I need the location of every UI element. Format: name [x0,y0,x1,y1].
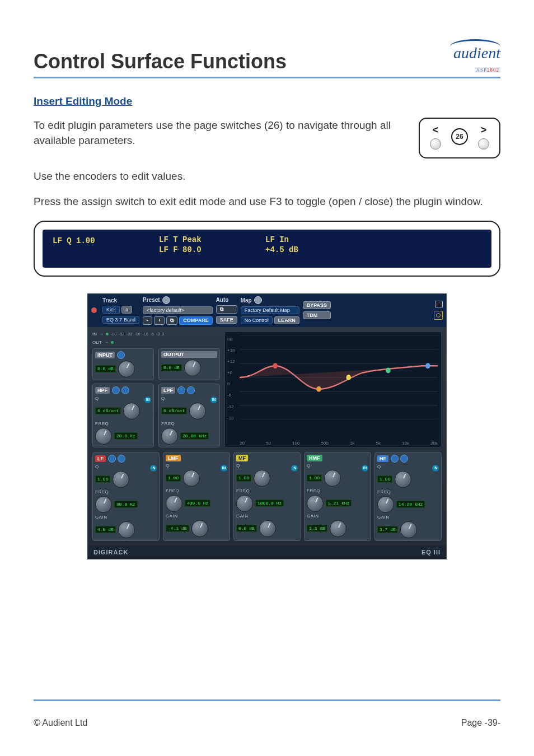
nav-prev-arrow: < [433,124,439,136]
lpf-q-label: Q [161,396,217,401]
input-meter-row: IN → -60-32-22-16-10-6-30 [92,332,220,337]
band-1-q-value: 1.00 [166,474,181,482]
lpf-title: LPF [161,387,175,394]
band-1-gain-label: GAIN [166,514,227,519]
lcd-c0-l2: LF Q 1.00 [53,236,125,245]
svg-point-8 [316,386,321,392]
band-0-shape-icon[interactable] [108,455,116,463]
band-0-in-badge[interactable]: IN [150,465,157,472]
section-heading[interactable]: Insert Editing Mode [34,95,500,108]
track-sub-field[interactable]: a [121,306,132,314]
copyright: © Audient Ltd [34,718,87,728]
band-4-in-badge[interactable]: IN [432,465,439,472]
band-1-in-badge[interactable]: IN [221,465,227,472]
nav-index-bubble: 26 [451,128,468,145]
lpf-slope-value: 6 dB/oct [161,407,187,414]
nav-next-arrow: > [481,124,487,136]
band-1-gain-knob[interactable] [191,520,208,537]
no-control-field[interactable]: No Control [241,316,273,324]
lpf-slope-knob[interactable] [189,403,206,419]
band-4-gain-knob[interactable] [400,521,417,538]
band-3-module: HMFINQ1.00FREQ5.21 kHzGAIN3.3 dB [304,452,371,541]
band-4-shape-icon[interactable] [391,455,399,463]
page-number: Page -39- [461,718,500,728]
band-2-freq-value: 1000.0 Hz [255,500,284,507]
lpf-shape-icon[interactable] [177,386,185,394]
band-1-q-knob[interactable] [183,470,200,487]
hpf-freq-knob[interactable] [95,428,112,445]
lcd-c1-l1: LF T Peak [159,235,232,244]
preset-next-button[interactable]: + [154,316,165,325]
hpf-q-label: Q [95,396,151,401]
band-0-freq-knob[interactable] [95,496,112,513]
hpf-shape-icon[interactable] [112,386,120,394]
band-3-freq-knob[interactable] [307,495,324,512]
input-gain-knob[interactable] [118,361,135,377]
band-4-freq-knob[interactable] [377,496,394,513]
compare-button[interactable]: COMPARE [179,316,212,325]
band-0-module: LFINQ1.00FREQ80.0 HzGAIN4.5 dB [92,452,160,541]
paragraph-2: Use the encoders to edit values. [34,169,500,184]
band-2-gain-knob[interactable] [259,520,276,537]
paragraph-3: Press the assign switch to exit edit mod… [34,194,500,209]
output-module: OUTPUT 0.0 dB [158,348,220,380]
band-2-q-knob[interactable] [254,470,270,487]
band-2-gain-value: 0.0 dB [236,525,257,532]
lcd-c2-l2: +4.5 dB [265,245,338,254]
band-4-shape2-icon[interactable] [400,455,408,463]
map-field[interactable]: Factory Default Map [241,306,299,314]
band-3-q-knob[interactable] [324,470,341,487]
band-4-q-knob[interactable] [395,471,411,488]
band-4-module: HFINQ1.00FREQ14.29 kHzGAIN3.7 dB [374,452,442,541]
bypass-button[interactable]: BYPASS [303,301,331,309]
band-1-freq-value: 439.0 Hz [185,500,210,507]
preset-copy-icon[interactable]: ⧉ [166,316,177,325]
nav-next-button[interactable] [478,138,489,150]
lpf-freq-knob[interactable] [161,428,178,445]
nav-prev-button[interactable] [430,138,441,150]
band-0-shape2-icon[interactable] [118,455,125,463]
band-2-in-badge[interactable]: IN [291,465,298,472]
hpf-freq-label: FREQ [95,421,151,426]
band-3-gain-label: GAIN [307,514,368,519]
hpf-shape2-icon[interactable] [121,386,129,394]
preset-prev-button[interactable]: - [143,316,152,325]
page-title: Control Surface Functions [34,50,287,73]
output-gain-knob[interactable] [184,360,201,376]
eq-graph[interactable]: dB+18+12+60-6-12-18 20501 [224,332,442,447]
input-title: INPUT [95,352,115,358]
output-gain-value: 0.0 dB [161,364,182,371]
track-field[interactable]: Kick [102,306,120,314]
band-2-q-value: 1.00 [236,474,251,482]
band-2-freq-knob[interactable] [236,495,253,512]
hpf-slope-knob[interactable] [123,403,140,419]
safe-button[interactable]: SAFE [216,316,237,324]
band-0-gain-knob[interactable] [118,521,135,538]
hpf-freq-value: 20.0 Hz [114,432,138,440]
preset-menu-icon[interactable] [162,296,170,304]
svg-point-11 [425,363,430,368]
map-menu-icon[interactable] [254,296,262,304]
phase-icon[interactable] [117,351,125,359]
brand-logo: audient ASP2802 [450,39,500,73]
band-3-gain-knob[interactable] [330,520,346,537]
band-3-in-badge[interactable]: IN [362,465,368,472]
close-icon[interactable] [91,307,97,313]
band-3-freq-label: FREQ [307,488,368,493]
lcd-display: LF Q 1.00 LF T Peak LF F 80.0 LF In +4.5… [43,230,491,268]
lpf-shape2-icon[interactable] [187,386,195,394]
lcd-c2-l1: LF In [265,235,338,244]
lpf-in-badge[interactable]: IN [210,396,217,403]
lpf-freq-label: FREQ [161,421,217,426]
learn-button[interactable]: LEARN [274,316,299,324]
hpf-in-badge[interactable]: IN [144,396,151,403]
band-0-q-knob[interactable] [113,471,129,488]
band-1-freq-knob[interactable] [166,495,182,512]
tdm-button[interactable]: TDM [303,311,331,319]
target-icon[interactable] [434,311,443,320]
band-0-gain-label: GAIN [95,515,157,520]
insert-field[interactable]: EQ 3 7-Band [102,316,139,324]
auto-link-icon[interactable]: ⧉ [216,305,237,314]
preset-field[interactable]: <factory default> [143,306,213,314]
window-icon[interactable] [435,301,443,307]
